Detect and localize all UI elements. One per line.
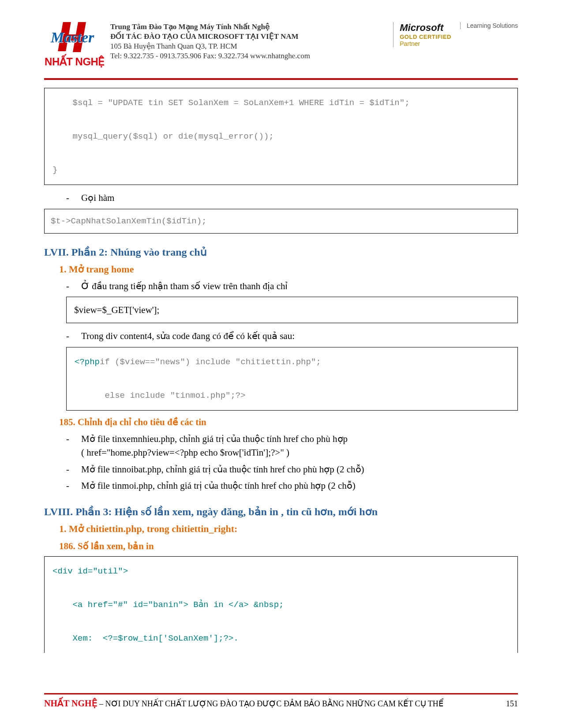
heading-lvii: LVII. Phần 2: Nhúng vào trang chủ bbox=[44, 246, 518, 258]
bullet-dash: - bbox=[66, 329, 72, 343]
gold-cert-text: GOLD CERTIFIED bbox=[400, 34, 451, 40]
learning-text: Learning Solutions bbox=[467, 22, 518, 29]
footer-separator bbox=[44, 693, 518, 694]
bullet-dash: - bbox=[66, 191, 72, 205]
code-keyword: <?php bbox=[75, 357, 100, 367]
partner-text: Partner bbox=[400, 40, 420, 47]
logo-icon: Master bbox=[52, 22, 97, 54]
code-block-3: $view=$_GET['view']; bbox=[66, 297, 518, 323]
footer-slogan: – NƠI DUY NHẤT CHẤT LƯỢNG ĐÀO TẠO ĐƯỢC Đ… bbox=[97, 699, 443, 708]
brand-text: NHẤT NGHỆ bbox=[44, 56, 105, 68]
org-line-1: Trung Tâm Đào Tạo Mạng Máy Tính Nhất Ngh… bbox=[110, 22, 384, 32]
header-separator bbox=[44, 78, 518, 80]
page: Master NHẤT NGHỆ Trung Tâm Đào Tạo Mạng … bbox=[0, 0, 562, 728]
heading-lviii: LVIII. Phần 3: Hiện số lần xem, ngày đăn… bbox=[44, 505, 518, 518]
bullet-list: - Ở đầu trang tiếp nhận tham số view trê… bbox=[66, 279, 518, 294]
bullet-text: Mở file tinxemnhieu.php, chỉnh giá trị c… bbox=[81, 432, 518, 460]
bullet-list: - Trong div content4, sửa code đang có đ… bbox=[66, 329, 518, 343]
subheading-2: 1. Mở chitiettin.php, trong chitiettin_r… bbox=[59, 523, 518, 535]
subheading-185: 185. Chỉnh địa chỉ cho tiêu đề các tin bbox=[59, 417, 518, 428]
org-info: Trung Tâm Đào Tạo Mạng Máy Tính Nhất Ngh… bbox=[110, 22, 384, 61]
bullet-list: - Gọi hàm bbox=[66, 191, 518, 205]
bullet-text: Mở file tinmoi.php, chỉnh giá trị của th… bbox=[81, 479, 518, 493]
list-item: - Ở đầu trang tiếp nhận tham số view trê… bbox=[66, 279, 518, 294]
page-header: Master NHẤT NGHỆ Trung Tâm Đào Tạo Mạng … bbox=[44, 22, 518, 68]
bullet-text: Ở đầu trang tiếp nhận tham số view trên … bbox=[81, 279, 518, 294]
page-number: 151 bbox=[506, 699, 518, 709]
footer-brand: NHẤT NGHỆ bbox=[44, 698, 97, 708]
org-line-4: Tel: 9.322.735 - 0913.735.906 Fax: 9.322… bbox=[110, 51, 384, 61]
code-block-2: $t->CapNhatSolanXemTin($idTin); bbox=[44, 209, 518, 234]
list-item: - Trong div content4, sửa code đang có đ… bbox=[66, 329, 518, 343]
page-footer: NHẤT NGHỆ – NƠI DUY NHẤT CHẤT LƯỢNG ĐÀO … bbox=[44, 698, 518, 709]
code-block-1: $sql = "UPDATE tin SET SolanXem = SoLanX… bbox=[44, 88, 518, 185]
bullet-dash: - bbox=[66, 279, 72, 294]
org-line-2: ĐỐI TÁC ĐÀO TẠO CỦA MICROSOFT TẠI VIỆT N… bbox=[110, 32, 384, 41]
bullet-dash: - bbox=[66, 479, 72, 493]
list-item: - Mở file tinnoibat.php, chỉnh giá trị c… bbox=[66, 463, 518, 477]
bullet-list: - Mở file tinxemnhieu.php, chỉnh giá trị… bbox=[66, 432, 518, 493]
bullet-line-a: Mở file tinxemnhieu.php, chỉnh giá trị c… bbox=[81, 434, 348, 444]
bullet-text: Gọi hàm bbox=[81, 191, 518, 205]
bullet-line-b: ( href="home.php?view=<?php echo $row['i… bbox=[81, 447, 289, 458]
list-item: - Gọi hàm bbox=[66, 191, 518, 205]
logo-block: Master NHẤT NGHỆ bbox=[44, 22, 105, 68]
code-rest: if ($view=="news") include "chitiettin.p… bbox=[75, 357, 321, 400]
bullet-text: Mở file tinnoibat.php, chỉnh giá trị của… bbox=[81, 463, 518, 477]
microsoft-logo: Microsoft bbox=[400, 22, 443, 34]
bullet-dash: - bbox=[66, 432, 72, 460]
learning-block: Learning Solutions bbox=[460, 22, 518, 29]
bullet-text: Trong div content4, sửa code đang có để … bbox=[81, 329, 518, 343]
list-item: - Mở file tinxemnhieu.php, chỉnh giá trị… bbox=[66, 432, 518, 460]
subheading-186: 186. Số lần xem, bản in bbox=[59, 541, 518, 552]
org-line-3: 105 Bà Huyện Thanh Quan Q3, TP. HCM bbox=[110, 41, 384, 51]
footer-left: NHẤT NGHỆ – NƠI DUY NHẤT CHẤT LƯỢNG ĐÀO … bbox=[44, 698, 443, 709]
cert-block: Microsoft GOLD CERTIFIED Partner bbox=[393, 22, 451, 47]
code-block-4: <?phpif ($view=="news") include "chitiet… bbox=[66, 347, 518, 411]
bullet-dash: - bbox=[66, 463, 72, 477]
list-item: - Mở file tinmoi.php, chỉnh giá trị của … bbox=[66, 479, 518, 493]
code-block-5: <div id="util"> <a href="#" id="banin"> … bbox=[44, 556, 518, 653]
subheading-1: 1. Mở trang home bbox=[59, 264, 518, 275]
